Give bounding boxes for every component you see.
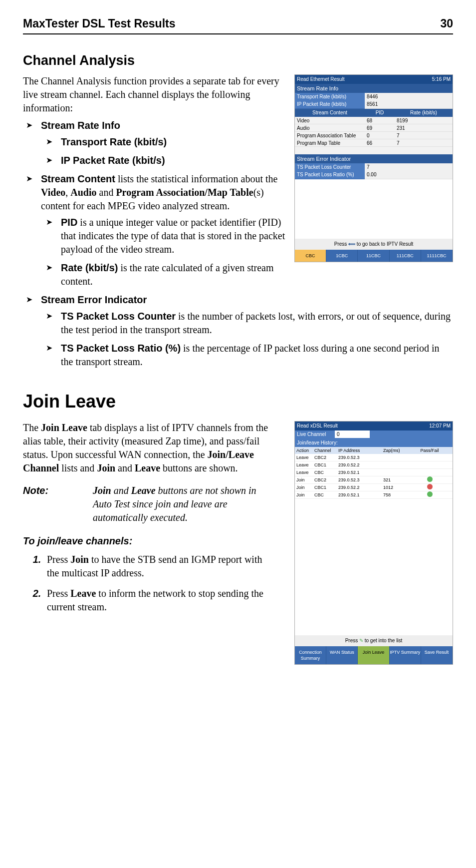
bullet-stream-content: Stream Content lists the statistical inf…: [41, 172, 453, 288]
header-title: MaxTester DSL Test Results: [23, 16, 176, 31]
dev2-title: Read xDSL Result: [297, 423, 338, 430]
dev2-live-channel-row: Live Channel 0: [295, 431, 453, 438]
bullet-stream-error-indicator: Stream Error Indicator TS Packet Loss Co…: [41, 293, 453, 369]
bullet-stream-rate-info: Stream Rate Info Transport Rate (kbit/s)…: [41, 119, 453, 167]
step-leave: Press Leave to inform the network to sto…: [44, 587, 272, 614]
join-leave-intro: The Join Leave tab displays a list of IP…: [23, 421, 272, 475]
dev1-stream-content-header: Stream Content PID Rate (kbit/s): [295, 108, 453, 117]
bullet-ts-loss-ratio: TS Packet Loss Ratio (%) is the percenta…: [61, 342, 453, 369]
dev1-title: Read Ethernet Result: [297, 76, 345, 83]
dev2-table-header: Action Channel IP Address Zap(ms) Pass/F…: [295, 447, 453, 454]
dev2-clock: 12:07 PM: [429, 423, 451, 430]
dev2-footer-hint: Press ✎ to get into the list: [295, 635, 453, 646]
pass-icon: [427, 491, 433, 497]
step-join: Press Join to have the STB send an IGMP …: [44, 553, 272, 580]
page-header: MaxTester DSL Test Results 30: [23, 16, 453, 34]
dev2-tab[interactable]: Save Result: [421, 646, 453, 664]
dev2-tab[interactable]: Join Leave: [358, 646, 389, 664]
bullet-pid: PID is a unique integer value or packet …: [61, 216, 453, 256]
dev2-tabbar: Connection SummaryWAN StatusJoin LeaveIP…: [295, 646, 453, 664]
dev2-history-row: LeaveCBC2239.0.52.3: [295, 454, 453, 461]
bullet-ip-packet-rate: IP Packet Rate (kbit/s): [61, 154, 453, 167]
dev2-tab[interactable]: Connection Summary: [295, 646, 326, 664]
bullet-ts-loss-counter: TS Packet Loss Counter is the number of …: [61, 310, 453, 337]
bullet-transport-rate: Transport Rate (kbit/s): [61, 135, 453, 149]
dev1-ip-packet-rate-row: IP Packet Rate (kbit/s) 8561: [295, 101, 453, 108]
dev2-history-row: JoinCBC2239.0.52.3321: [295, 476, 453, 484]
dev2-history-row: LeaveCBC239.0.52.1: [295, 469, 453, 476]
channel-analysis-heading: Channel Analysis: [23, 51, 453, 69]
dev2-tab[interactable]: IPTV Summary: [390, 646, 421, 664]
dev2-history-row: JoinCBC1239.0.52.21012: [295, 484, 453, 491]
channel-analysis-bullets: Stream Rate Info Transport Rate (kbit/s)…: [23, 119, 453, 369]
bullet-rate: Rate (kbit/s) is the rate calculated of …: [61, 261, 453, 288]
dev1-transport-rate-row: Transport Rate (kbit/s) 8446: [295, 93, 453, 101]
dev2-history-row: LeaveCBC1239.0.52.2: [295, 461, 453, 469]
header-page-number: 30: [440, 16, 453, 31]
dev2-history-row: JoinCBC239.0.52.1758: [295, 491, 453, 499]
dev1-stream-rate-header: Stream Rate Info: [295, 84, 453, 93]
device-screenshot-join-leave: Read xDSL Result 12:07 PM Live Channel 0…: [294, 421, 453, 665]
join-leave-heading: Join Leave: [23, 390, 453, 414]
dev1-clock: 5:16 PM: [432, 76, 451, 83]
join-leave-note: Note: Join and Leave buttons are not sho…: [23, 484, 272, 524]
dev2-tab[interactable]: WAN Status: [326, 646, 358, 664]
dev2-history-header: Join/leave History:: [295, 438, 453, 447]
fail-icon: [427, 484, 433, 489]
pen-icon: ✎: [359, 638, 363, 643]
pass-icon: [427, 476, 433, 482]
join-leave-steps: Press Join to have the STB send an IGMP …: [23, 553, 272, 614]
